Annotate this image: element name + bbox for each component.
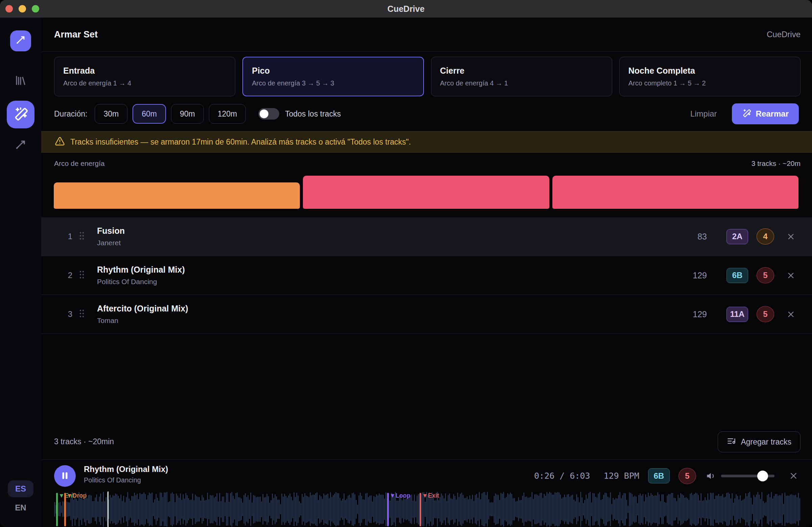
- sidebar-item-mix[interactable]: [10, 30, 31, 51]
- energy-badge: 4: [757, 228, 774, 245]
- add-tracks-label: Agregar tracks: [741, 437, 792, 447]
- preset-card-cierre[interactable]: Cierre Arco de energía 4 → 1: [431, 57, 612, 96]
- track-bpm: 129: [680, 310, 707, 319]
- duration-option-60m[interactable]: 60m: [132, 104, 166, 124]
- energy-arc-label: Arco de energía: [54, 160, 104, 168]
- duration-label: Duración:: [54, 109, 87, 119]
- warning-text: Tracks insuficientes — se armaron 17min …: [70, 137, 411, 147]
- track-row[interactable]: 1 Fusion Janeret 83 2A 4: [41, 217, 812, 256]
- duration-option-30m[interactable]: 30m: [95, 104, 128, 124]
- energy-badge: 5: [757, 306, 774, 322]
- track-row[interactable]: 2 Rhythm (Original Mix) Politics Of Danc…: [41, 256, 812, 295]
- preset-title: Cierre: [440, 66, 603, 76]
- titlebar: CueDrive: [0, 0, 812, 18]
- track-row[interactable]: 3 Aftercito (Original Mix) Toman 129 11A…: [41, 295, 812, 334]
- warning-banner: Tracks insuficientes — se armaron 17min …: [41, 131, 812, 153]
- preset-title: Pico: [252, 66, 414, 76]
- wand-icon: [13, 106, 28, 123]
- clear-button[interactable]: Limpiar: [688, 109, 719, 119]
- brand-label: CueDrive: [767, 30, 800, 39]
- preset-title: Noche Completa: [628, 66, 792, 76]
- track-meta: 129 11A 5: [680, 295, 795, 333]
- language-en-button[interactable]: EN: [15, 503, 26, 513]
- duration-row: Duración: 30m 60m 90m 120m Todos los tra…: [54, 103, 799, 125]
- volume-knob[interactable]: [757, 470, 768, 481]
- library-icon: [15, 74, 27, 88]
- all-tracks-toggle[interactable]: [258, 108, 279, 120]
- energy-bar: [303, 176, 549, 209]
- remove-track-button[interactable]: [786, 232, 795, 241]
- volume-slider[interactable]: [721, 475, 774, 477]
- pause-icon: [60, 470, 70, 482]
- now-playing-artist: Politics Of Dancing: [84, 476, 168, 484]
- sidebar-item-transitions[interactable]: [14, 138, 28, 153]
- energy-arc-summary: 3 tracks · ~20m: [752, 160, 800, 168]
- now-playing-title: Rhythm (Original Mix): [84, 465, 168, 474]
- close-window-button[interactable]: [5, 5, 13, 13]
- track-list: 1 Fusion Janeret 83 2A 4 2: [41, 217, 812, 334]
- volume-icon[interactable]: [706, 471, 716, 481]
- track-bpm: 83: [680, 232, 707, 242]
- pause-button[interactable]: [54, 465, 76, 487]
- drag-handle-icon[interactable]: [79, 309, 85, 319]
- track-info: Fusion Janeret: [97, 226, 125, 247]
- drag-handle-icon[interactable]: [79, 231, 85, 242]
- duration-option-120m[interactable]: 120m: [209, 104, 246, 124]
- app-window: CueDrive: [0, 0, 812, 527]
- route-icon: [14, 138, 27, 153]
- waveform[interactable]: ▼Ent▼Drop▼Loop▼Exit: [54, 492, 801, 527]
- language-es-button[interactable]: ES: [8, 480, 33, 497]
- energy-badge: 5: [757, 267, 774, 283]
- wand-icon: [742, 108, 751, 120]
- cue-marker-label: ▼Loop: [389, 492, 410, 499]
- key-badge: 11A: [726, 307, 748, 322]
- key-badge: 6B: [726, 268, 748, 283]
- cue-marker-label: ▼Drop: [67, 492, 87, 499]
- track-number: 1: [60, 217, 72, 256]
- minimize-window-button[interactable]: [18, 5, 26, 13]
- zoom-window-button[interactable]: [32, 5, 39, 13]
- toggle-knob: [260, 109, 269, 118]
- preset-subtitle: Arco de energía 4 → 1: [440, 79, 603, 87]
- sidebar-item-library[interactable]: [14, 74, 27, 88]
- sidebar: ES EN: [0, 18, 42, 527]
- preset-subtitle: Arco completo 1 → 5 → 2: [628, 79, 792, 87]
- close-player-button[interactable]: [789, 471, 798, 481]
- rebuild-button[interactable]: Rearmar: [732, 103, 799, 124]
- cue-marker: [56, 493, 58, 526]
- track-meta: 83 2A 4: [680, 217, 795, 256]
- key-badge: 6B: [648, 468, 670, 483]
- duration-option-90m[interactable]: 90m: [171, 104, 204, 124]
- rebuild-button-label: Rearmar: [756, 109, 789, 119]
- track-number: 3: [60, 295, 72, 333]
- track-artist: Janeret: [97, 239, 125, 247]
- traffic-lights: [5, 5, 39, 13]
- set-summary: 3 tracks · ~20min: [54, 437, 114, 446]
- energy-badge: 5: [679, 468, 696, 484]
- preset-card-pico[interactable]: Pico Arco de energía 3 → 5 → 3: [242, 57, 424, 96]
- preset-subtitle: Arco de energía 1 → 4: [63, 79, 226, 87]
- energy-arc-bars: [54, 176, 798, 209]
- track-bpm: 129: [680, 271, 707, 281]
- add-tracks-button[interactable]: Agregar tracks: [718, 432, 800, 452]
- now-playing-info: Rhythm (Original Mix) Politics Of Dancin…: [84, 465, 168, 484]
- track-artist: Politics Of Dancing: [97, 278, 185, 286]
- warning-icon: [55, 136, 65, 148]
- drag-handle-icon[interactable]: [79, 270, 85, 281]
- page-title: Armar Set: [54, 29, 98, 40]
- main-content: Armar Set CueDrive Entrada Arco de energ…: [41, 18, 812, 527]
- preset-cards: Entrada Arco de energía 1 → 4 Pico Arco …: [54, 57, 800, 96]
- preset-card-noche-completa[interactable]: Noche Completa Arco completo 1 → 5 → 2: [619, 57, 800, 96]
- energy-arc-header: Arco de energía 3 tracks · ~20m: [54, 160, 800, 168]
- player-controls: 0:26 / 6:03 129 BPM 6B 5: [534, 460, 798, 492]
- energy-bar: [54, 182, 300, 209]
- remove-track-button[interactable]: [786, 310, 795, 319]
- playhead: [107, 492, 108, 527]
- key-badge: 2A: [726, 229, 748, 244]
- preset-subtitle: Arco de energía 3 → 5 → 3: [252, 79, 414, 87]
- route-icon: [15, 34, 26, 47]
- page-header: Armar Set CueDrive: [41, 18, 812, 52]
- remove-track-button[interactable]: [786, 271, 795, 280]
- preset-card-entrada[interactable]: Entrada Arco de energía 1 → 4: [54, 57, 235, 96]
- sidebar-item-set-builder[interactable]: [7, 101, 34, 129]
